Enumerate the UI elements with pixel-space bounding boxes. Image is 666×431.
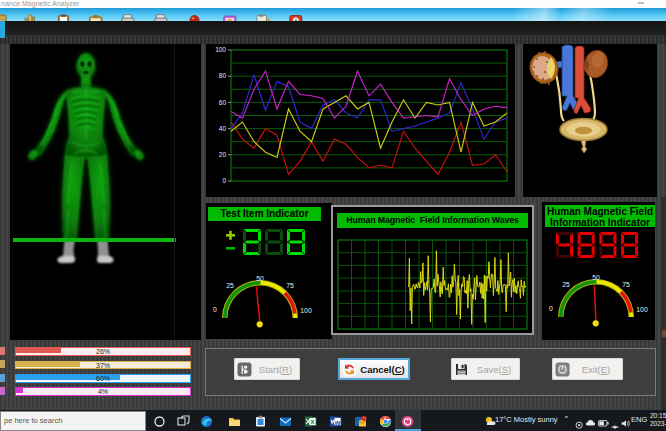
svg-text:50: 50 [256, 275, 264, 282]
svg-text:20: 20 [219, 151, 227, 158]
svg-text:50: 50 [592, 274, 600, 281]
svg-text:0: 0 [222, 177, 226, 184]
svg-text:25: 25 [226, 282, 234, 289]
svg-text:0: 0 [213, 306, 217, 313]
svg-text:100: 100 [215, 46, 226, 53]
svg-text:75: 75 [286, 282, 294, 289]
svg-text:60: 60 [219, 99, 227, 106]
svg-text:40: 40 [219, 125, 227, 132]
svg-text:80: 80 [219, 72, 227, 79]
svg-text:75: 75 [622, 281, 630, 288]
svg-text:25: 25 [562, 281, 570, 288]
svg-text:x: x [311, 418, 315, 425]
svg-text:100: 100 [300, 307, 312, 314]
svg-text:100: 100 [636, 306, 648, 313]
svg-text:0: 0 [549, 305, 553, 312]
